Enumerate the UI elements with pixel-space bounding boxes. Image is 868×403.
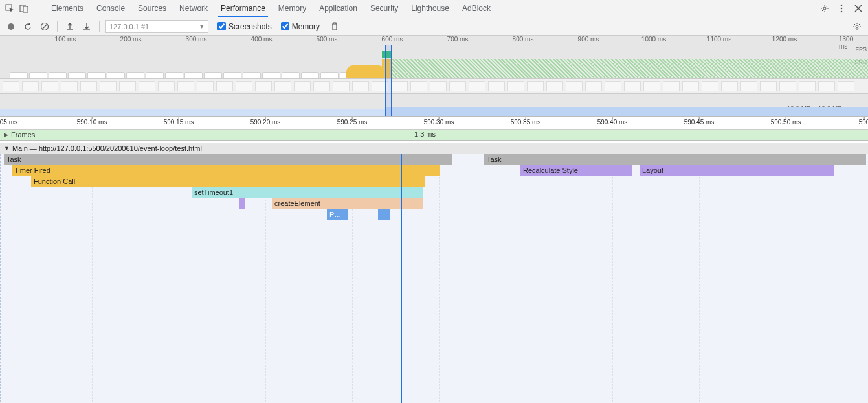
clear-icon[interactable] xyxy=(38,19,52,34)
net-block xyxy=(333,81,350,91)
load-profile-icon[interactable] xyxy=(63,19,77,34)
svg-point-13 xyxy=(841,8,843,10)
net-block xyxy=(779,81,796,91)
frames-row[interactable]: ▶ Frames 1.3 ms xyxy=(0,130,868,141)
bar-task[interactable]: Task xyxy=(4,154,452,165)
net-block xyxy=(352,81,369,91)
net-block xyxy=(430,81,447,91)
tab-performance[interactable]: Performance xyxy=(214,0,272,17)
svg-line-30 xyxy=(859,24,860,25)
screenshots-checkbox[interactable]: Screenshots xyxy=(217,22,272,31)
net-block xyxy=(41,81,58,91)
inspect-icon[interactable] xyxy=(3,1,17,16)
capture-settings-icon[interactable] xyxy=(850,19,864,34)
kebab-icon[interactable] xyxy=(834,1,849,16)
net-block xyxy=(313,81,330,91)
net-block xyxy=(585,81,602,91)
chevron-down-icon: ▾ xyxy=(200,22,204,30)
detail-tick: 590 xyxy=(859,119,868,126)
main-thread-header[interactable]: ▼ Main — http://127.0.0.1:5500/20200610/… xyxy=(0,143,868,154)
detail-tick: 590.20 ms xyxy=(250,119,281,126)
overview-tick: 200 ms xyxy=(120,36,142,43)
collapse-icon[interactable]: ▼ xyxy=(4,145,10,152)
detail-tick: 590.15 ms xyxy=(164,119,194,126)
bar-task[interactable]: Task xyxy=(484,154,866,165)
net-block xyxy=(624,81,641,91)
memory-checkbox[interactable]: Memory xyxy=(281,22,320,31)
overview-tick: 1000 ms xyxy=(641,36,666,43)
net-block xyxy=(838,81,854,91)
tab-console[interactable]: Console xyxy=(90,0,131,17)
net-block xyxy=(216,81,233,91)
overview-tick: 300 ms xyxy=(186,36,207,43)
perf-toolbar: 127.0.0.1 #1 ▾ Screenshots Memory xyxy=(0,17,868,36)
collect-garbage-icon[interactable] xyxy=(328,19,342,34)
bar-micro[interactable] xyxy=(239,198,245,209)
net-block xyxy=(605,81,621,91)
recording-selector[interactable]: 127.0.0.1 #1 ▾ xyxy=(105,20,208,33)
tab-lighthouse[interactable]: Lighthouse xyxy=(405,0,456,17)
recording-label: 127.0.0.1 #1 xyxy=(109,23,149,30)
gridline xyxy=(612,154,613,403)
tab-security[interactable]: Security xyxy=(364,0,405,17)
bar-settimeout[interactable]: setTimeout1 xyxy=(192,187,423,198)
overview-tick: 500 ms xyxy=(317,36,338,43)
detail-tick: 590.10 ms xyxy=(77,119,107,126)
net-block xyxy=(80,81,97,91)
frame-duration: 1.3 ms xyxy=(414,130,436,138)
gridline xyxy=(699,154,700,403)
detail-ruler[interactable]: .05 ms590.10 ms590.15 ms590.20 ms590.25 … xyxy=(0,117,868,130)
tab-memory[interactable]: Memory xyxy=(272,0,313,17)
net-block xyxy=(236,81,252,91)
devtools-tabbar: ElementsConsoleSourcesNetworkPerformance… xyxy=(0,0,868,17)
panel-tabs: ElementsConsoleSourcesNetworkPerformance… xyxy=(45,0,497,17)
gear-icon[interactable] xyxy=(818,1,832,16)
net-block xyxy=(61,81,78,91)
bar-p2[interactable] xyxy=(378,209,390,220)
overview-selection[interactable] xyxy=(385,45,392,116)
tab-adblock[interactable]: AdBlock xyxy=(456,0,497,17)
svg-line-28 xyxy=(859,28,860,29)
overview-body[interactable]: FPS CPU NET HEAP 12.8 MB – 12.9 MB xyxy=(0,45,868,116)
memory-input[interactable] xyxy=(281,22,289,30)
tab-sources[interactable]: Sources xyxy=(131,0,173,17)
net-block xyxy=(100,81,117,91)
net-block xyxy=(546,81,563,91)
bar-function-call[interactable]: Function Call xyxy=(31,176,425,187)
detail-tick: 590.35 ms xyxy=(511,119,541,126)
reload-icon[interactable] xyxy=(21,19,35,34)
device-toggle-icon[interactable] xyxy=(17,1,31,16)
save-profile-icon[interactable] xyxy=(80,19,94,34)
expand-icon[interactable]: ▶ xyxy=(4,132,8,138)
svg-line-19 xyxy=(42,24,47,29)
detail-tick: 590.50 ms xyxy=(771,119,801,126)
gridline xyxy=(786,154,786,403)
svg-line-29 xyxy=(854,28,855,29)
gridline xyxy=(92,154,93,403)
net-block xyxy=(158,81,175,91)
overview-timeline[interactable]: 100 ms200 ms300 ms400 ms500 ms600 ms700 … xyxy=(0,36,868,117)
tab-application[interactable]: Application xyxy=(313,0,364,17)
overview-tick: 1100 ms xyxy=(707,36,731,43)
playhead[interactable] xyxy=(401,154,402,403)
net-block xyxy=(721,81,738,91)
svg-line-11 xyxy=(827,6,827,6)
close-icon[interactable] xyxy=(851,1,865,16)
net-block xyxy=(488,81,505,91)
overview-tick: 900 ms xyxy=(578,36,599,43)
main-label: Main — http://127.0.0.1:5500/20200610/ev… xyxy=(12,144,202,152)
bar-layout[interactable]: Layout xyxy=(640,165,834,176)
record-icon[interactable] xyxy=(4,19,18,34)
bar-p[interactable]: P… xyxy=(327,209,348,220)
svg-point-14 xyxy=(841,11,843,13)
tab-elements[interactable]: Elements xyxy=(45,0,90,17)
overview-tick: 600 ms xyxy=(382,36,403,43)
flame-chart[interactable]: Task Task Timer Fired Recalculate Style … xyxy=(0,154,868,403)
svg-line-8 xyxy=(822,6,823,6)
bar-recalculate-style[interactable]: Recalculate Style xyxy=(520,165,632,176)
screenshots-input[interactable] xyxy=(217,22,226,30)
tab-network[interactable]: Network xyxy=(173,0,214,17)
bar-timer-fired[interactable]: Timer Fired xyxy=(12,165,440,176)
overview-tick: 800 ms xyxy=(513,36,534,43)
overview-tick: 400 ms xyxy=(251,36,273,43)
